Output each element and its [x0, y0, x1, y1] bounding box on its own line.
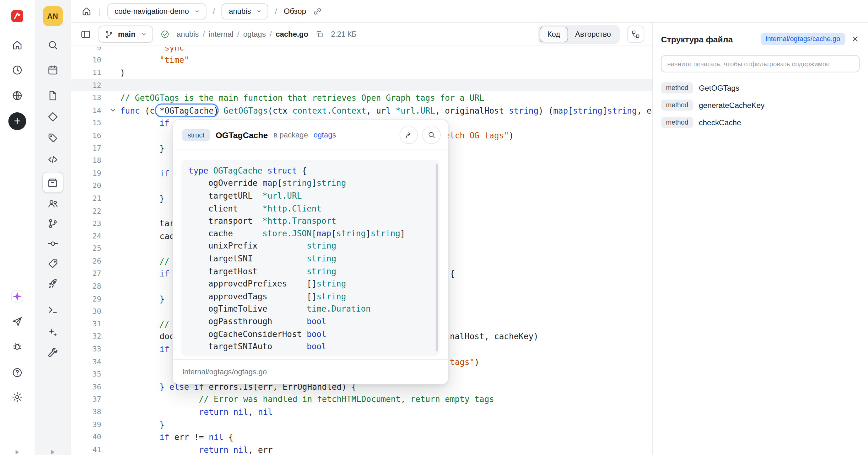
code-line-11[interactable]: 11): [71, 66, 652, 79]
definition-file-path[interactable]: internal/ogtags/ogtags.go: [182, 368, 267, 376]
code-line-13[interactable]: 13// GetOGTags is the main function that…: [71, 91, 652, 104]
find-references-button[interactable]: [422, 126, 440, 144]
rail-item-help[interactable]: [11, 367, 23, 379]
fold-toggle[interactable]: [106, 107, 120, 113]
project-selector[interactable]: code-navigation-demo: [107, 3, 206, 19]
rail-item-history[interactable]: [11, 64, 23, 76]
rail-item-globe[interactable]: [11, 90, 23, 101]
rail-item-assistant[interactable]: [10, 289, 25, 304]
rail-item-send[interactable]: [11, 316, 23, 327]
rail-item-deploy[interactable]: [47, 278, 58, 289]
code-line-12[interactable]: 12: [71, 79, 652, 91]
rail-item-repo[interactable]: [42, 172, 63, 193]
expand-rail-button[interactable]: [50, 447, 56, 455]
structure-item-checkCache[interactable]: methodcheckCache: [661, 116, 860, 129]
structure-item-generateCacheKey[interactable]: methodgenerateCacheKey: [661, 99, 860, 112]
line-number[interactable]: 23: [71, 219, 106, 228]
line-number[interactable]: 14: [71, 106, 106, 115]
line-number[interactable]: 18: [71, 156, 106, 165]
line-number[interactable]: 20: [71, 182, 106, 190]
user-avatar[interactable]: AN: [43, 6, 63, 26]
rail-item-tags[interactable]: [47, 258, 58, 269]
rail-item-branches[interactable]: [47, 218, 58, 229]
code-line-37[interactable]: 37 // Error was handled in fetchHTMLDocu…: [71, 393, 652, 405]
line-number[interactable]: 16: [71, 131, 106, 140]
copy-path-button[interactable]: [315, 30, 324, 39]
line-number[interactable]: 19: [71, 169, 106, 177]
line-number[interactable]: 40: [71, 433, 106, 441]
rail-item-create[interactable]: +: [8, 112, 26, 130]
breadcrumb-item[interactable]: anubis: [177, 30, 199, 39]
code-line-14[interactable]: 14func (c *OGTagCache) GetOGTags(ctx con…: [71, 104, 652, 117]
view-tab-code[interactable]: Код: [539, 26, 568, 42]
code-line-10[interactable]: 10 "time": [71, 54, 652, 66]
line-number[interactable]: 31: [71, 320, 106, 328]
line-number[interactable]: 34: [71, 357, 106, 366]
line-number[interactable]: 30: [71, 307, 106, 316]
breadcrumb-item[interactable]: ogtags: [243, 30, 266, 39]
line-number[interactable]: 38: [71, 408, 106, 416]
line-number[interactable]: 13: [71, 94, 106, 102]
code-line-39[interactable]: 39 }: [71, 418, 652, 431]
line-number[interactable]: 21: [71, 194, 106, 202]
code-line-40[interactable]: 40 if err != nil {: [71, 431, 652, 444]
breadcrumb-item[interactable]: cache.go: [276, 30, 308, 39]
rail-item-terminal[interactable]: [47, 304, 58, 316]
line-number[interactable]: 26: [71, 257, 106, 265]
file-structure-toggle[interactable]: [627, 26, 645, 43]
expand-rail-button[interactable]: [14, 447, 20, 455]
line-number[interactable]: 36: [71, 383, 106, 391]
code-line-9[interactable]: 9 "sync": [71, 47, 652, 54]
highlighted-symbol[interactable]: *OGTagCache: [159, 105, 214, 115]
go-to-definition-button[interactable]: [400, 126, 418, 144]
line-number[interactable]: 37: [71, 395, 106, 403]
rail-item-milestones[interactable]: [47, 111, 58, 123]
breadcrumb-item[interactable]: internal: [209, 30, 233, 39]
rail-item-docs[interactable]: [47, 90, 58, 101]
rail-item-search[interactable]: [47, 39, 58, 51]
file-path-badge[interactable]: internal/ogtags/cache.go: [761, 33, 845, 45]
rail-item-labels[interactable]: [47, 132, 58, 144]
copy-link-button[interactable]: [313, 6, 322, 16]
structure-filter-input[interactable]: [661, 55, 860, 72]
close-panel-button[interactable]: [851, 34, 860, 43]
rail-item-avatar[interactable]: AN: [43, 6, 63, 26]
line-number[interactable]: 11: [71, 68, 106, 77]
line-number[interactable]: 35: [71, 370, 106, 379]
scrollbar[interactable]: [436, 164, 438, 352]
line-number[interactable]: 39: [71, 420, 106, 429]
rail-item-settings[interactable]: [11, 391, 23, 403]
rail-item-contributors[interactable]: [47, 198, 58, 209]
line-number[interactable]: 15: [71, 119, 106, 127]
rail-item-tools[interactable]: [47, 347, 58, 358]
line-number[interactable]: 33: [71, 345, 106, 353]
line-number[interactable]: 28: [71, 282, 106, 291]
code-line-38[interactable]: 38 return nil, nil: [71, 405, 652, 418]
line-number[interactable]: 27: [71, 269, 106, 278]
line-number[interactable]: 24: [71, 232, 106, 240]
line-number[interactable]: 29: [71, 295, 106, 303]
line-number[interactable]: 22: [71, 206, 106, 215]
view-tab-blame[interactable]: Авторство: [568, 26, 618, 42]
branch-selector[interactable]: main: [99, 26, 153, 43]
rail-item-code[interactable]: [47, 154, 58, 165]
line-number[interactable]: 10: [71, 56, 106, 64]
rail-item-sparkles[interactable]: [47, 327, 58, 338]
rail-item-commits[interactable]: [47, 238, 58, 250]
home-button[interactable]: [81, 6, 92, 17]
rail-item-home[interactable]: [11, 39, 23, 51]
rail-item-bug[interactable]: [11, 341, 23, 352]
line-number[interactable]: 32: [71, 332, 106, 341]
line-number[interactable]: 12: [71, 81, 106, 90]
line-number[interactable]: 41: [71, 445, 106, 454]
ci-status-icon[interactable]: [160, 30, 169, 39]
line-number[interactable]: 17: [71, 144, 106, 152]
rail-item-calendar[interactable]: [47, 64, 58, 76]
code-line-41[interactable]: 41 return nil, err: [71, 444, 652, 455]
toggle-file-tree-button[interactable]: [80, 29, 91, 39]
repo-selector[interactable]: anubis: [222, 3, 269, 19]
line-number[interactable]: 9: [71, 47, 106, 52]
structure-item-GetOGTags[interactable]: methodGetOGTags: [661, 81, 860, 95]
rail-item-logo[interactable]: [10, 8, 25, 24]
package-link[interactable]: ogtags: [314, 131, 336, 139]
